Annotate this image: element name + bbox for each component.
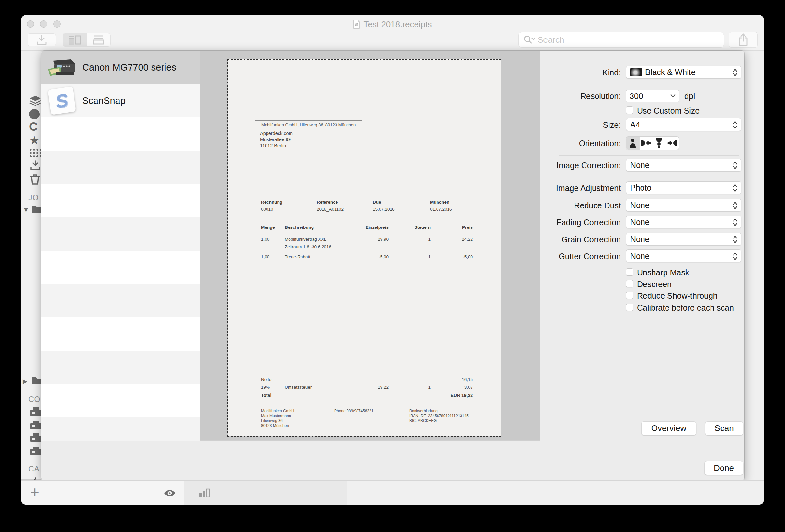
popup-chevrons-icon [732, 161, 738, 169]
person-rotated-right-icon [667, 139, 677, 147]
letter-c-icon[interactable]: C [29, 120, 37, 134]
receipt-tax-label: Umsatzsteuer [285, 385, 311, 390]
scanner-device-icon[interactable] [30, 446, 42, 456]
orientation-portrait-segment[interactable] [626, 137, 640, 150]
scanner-device-icon[interactable] [30, 420, 42, 430]
scanner-row-scansnap[interactable]: S ScanSnap [42, 84, 200, 117]
calibrate-label: Calibrate before each scan [637, 303, 734, 313]
statusbar-left-section: + [21, 481, 184, 505]
receipt-cell: -5,00 [356, 254, 388, 259]
receipt-cell: 24,22 [440, 237, 473, 242]
gutter-correction-popup[interactable]: None [626, 249, 741, 262]
grain-correction-popup[interactable]: None [626, 233, 741, 246]
star-icon[interactable]: ★ [29, 134, 40, 147]
receipt-cell: Zeitraum 1.6.-30.6.2016 [285, 244, 331, 249]
download-tray-icon[interactable] [29, 160, 42, 170]
screen: Test 2018.receipts [0, 0, 785, 532]
receipt-tax-value: 3,07 [440, 385, 473, 390]
receipt-col-header: Einzelpreis [356, 225, 388, 230]
import-download-icon [35, 34, 48, 45]
scan-selection-area[interactable]: Mobilfunken GmbH, Lilienweg 36, 80123 Mü… [228, 59, 501, 436]
overview-button[interactable]: Overview [641, 421, 696, 435]
gutter-correction-label: Gutter Correction [540, 252, 621, 261]
receipt-tax-steuern: 1 [398, 385, 431, 390]
view-table-segment[interactable] [87, 33, 111, 46]
receipt-cell: Treue-Rabatt [285, 254, 310, 259]
reduce-show-through-label: Reduce Show-through [637, 291, 718, 301]
search-input[interactable] [538, 35, 719, 45]
disclosure-closed-icon[interactable]: ▶ [23, 377, 27, 385]
receipt-footer-line: Max Mustermann [261, 414, 291, 418]
disclosure-open-icon[interactable]: ▼ [23, 206, 29, 214]
app-window: Test 2018.receipts [21, 15, 764, 505]
kind-popup[interactable]: Black & White [626, 66, 741, 79]
popup-chevrons-icon [732, 235, 738, 244]
receipt-col-header: Beschreibung [285, 225, 314, 230]
receipt-footer-line: Bankverbindung [409, 409, 437, 413]
reduce-dust-popup[interactable]: None [626, 199, 741, 212]
reduce-dust-value: None [630, 201, 650, 210]
resolution-dropdown-button[interactable] [667, 90, 679, 102]
scan-button[interactable]: Scan [705, 421, 743, 435]
eye-icon[interactable] [163, 489, 176, 497]
scanner-list-empty-rows [42, 117, 200, 441]
orientation-landscape-left-segment[interactable] [640, 137, 653, 150]
receipt-col-header: Preis [440, 225, 473, 230]
share-button[interactable] [729, 32, 758, 48]
scanner-row-canon[interactable]: Canon MG7700 series [42, 51, 200, 84]
fading-correction-popup[interactable]: None [626, 215, 741, 229]
image-adjustment-popup[interactable]: Photo [626, 181, 741, 194]
circle-tag-icon[interactable] [29, 109, 40, 119]
person-rotated-left-icon [641, 139, 651, 147]
share-icon [738, 33, 749, 47]
statusbar-right-section [347, 481, 764, 505]
receipt-cell: 1,00 [261, 237, 270, 242]
sidebar-section-connections-label: CO [28, 395, 41, 404]
scan-settings-panel: Kind: Black & White Resolution: 300 [540, 51, 744, 480]
panel-divider [559, 85, 739, 85]
view-list-detail-segment[interactable] [63, 33, 87, 46]
window-title: Test 2018.receipts [21, 19, 764, 30]
folder-icon[interactable] [31, 375, 42, 385]
statusbar-total-section: EUR 0,00 [184, 481, 347, 505]
scanner-device-icon[interactable] [30, 407, 42, 417]
orientation-landscape-right-segment[interactable] [666, 137, 679, 150]
dotted-grid-icon[interactable] [29, 148, 42, 158]
reduce-show-through-checkbox[interactable] [626, 292, 633, 299]
search-icon [523, 35, 535, 45]
done-button[interactable]: Done [704, 461, 743, 475]
search-field[interactable] [518, 32, 724, 48]
scanner-device-icon[interactable] [30, 433, 42, 443]
descreen-checkbox[interactable] [626, 280, 633, 287]
receipt-recipient-line: Apperdeck.com [260, 131, 293, 136]
scansnap-logo-icon: S [48, 86, 76, 115]
receipt-netto-value: 16,15 [440, 377, 473, 382]
bar-chart-icon[interactable] [199, 488, 210, 497]
receipt-meta-label: Due [373, 200, 381, 205]
flash-bolt-icon[interactable] [30, 476, 40, 480]
trash-icon[interactable] [29, 174, 41, 185]
popup-chevrons-icon [732, 252, 738, 261]
receipt-footer-line: IBAN: DE12345678910111213145 [409, 414, 469, 418]
receipt-cell: 1 [398, 254, 431, 259]
folder-icon[interactable] [31, 204, 42, 214]
add-button[interactable]: + [30, 483, 39, 501]
receipt-cell: -5,00 [440, 254, 473, 259]
app-content-strip [744, 51, 764, 480]
fading-correction-value: None [630, 217, 650, 227]
receipt-recipient-line: Musterallee 99 [260, 137, 291, 142]
resolution-value: 300 [626, 90, 667, 102]
orientation-upside-down-segment[interactable] [653, 137, 666, 150]
import-button[interactable] [27, 33, 56, 46]
use-custom-size-checkbox[interactable] [626, 106, 633, 114]
receipt-meta-label: Rechnung [261, 200, 282, 205]
image-correction-popup[interactable]: None [626, 159, 741, 171]
layers-icon[interactable] [29, 96, 42, 106]
reduce-dust-label: Reduce Dust [540, 201, 621, 210]
resolution-combo[interactable]: 300 [626, 90, 679, 102]
calibrate-checkbox[interactable] [626, 303, 633, 311]
canon-printer-icon [47, 58, 78, 78]
unsharp-mask-checkbox[interactable] [626, 268, 633, 276]
size-popup[interactable]: A4 [626, 118, 741, 131]
size-label: Size: [540, 121, 621, 130]
